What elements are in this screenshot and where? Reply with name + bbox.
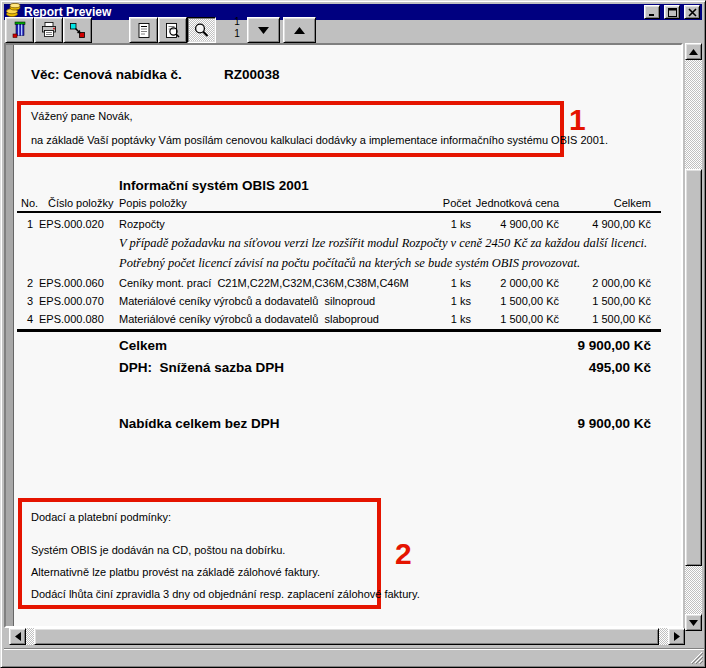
magnifier-icon [193, 22, 210, 39]
hscroll-track-left[interactable] [26, 628, 34, 645]
vscroll-track-top[interactable] [685, 60, 702, 169]
arrow-up-icon [292, 25, 307, 36]
vscroll-track-bottom[interactable] [685, 566, 702, 614]
close-button[interactable] [684, 5, 700, 19]
page-up-button[interactable] [283, 17, 316, 43]
page-down-button[interactable] [247, 17, 280, 43]
zoom-button[interactable] [187, 17, 216, 43]
status-bar [4, 648, 704, 665]
page-magnifier-icon [164, 22, 181, 39]
scroll-up-arrow-icon [689, 49, 698, 55]
resize-grip[interactable] [690, 651, 703, 664]
scroll-left-arrow-icon [15, 632, 21, 641]
report-preview-window: Report Preview [0, 0, 706, 668]
scroll-left-button[interactable] [9, 628, 26, 645]
vscroll-thumb[interactable] [685, 169, 702, 566]
page-view-button[interactable] [129, 17, 158, 43]
window-title: Report Preview [24, 4, 640, 20]
page-current: 1 [229, 16, 245, 28]
horizontal-scrollbar[interactable] [9, 628, 685, 645]
export-button[interactable] [63, 17, 92, 43]
scroll-up-button[interactable] [685, 43, 702, 60]
report-viewport [4, 43, 683, 628]
zoom-page-button[interactable] [158, 17, 187, 43]
export-icon [69, 22, 86, 39]
maximize-button[interactable] [664, 5, 680, 19]
print-button[interactable] [34, 17, 63, 43]
hscroll-thumb[interactable] [34, 628, 659, 645]
scroll-down-button[interactable] [685, 614, 702, 631]
exit-door-icon [11, 21, 28, 39]
scroll-down-arrow-icon [689, 620, 698, 626]
printer-icon [40, 21, 58, 39]
scroll-right-button[interactable] [668, 628, 685, 645]
page-total: 1 [229, 28, 245, 40]
page-icon [136, 22, 152, 39]
scroll-right-arrow-icon [674, 632, 680, 641]
exit-button[interactable] [5, 17, 34, 43]
report-page [13, 45, 681, 626]
arrow-down-icon [256, 25, 271, 36]
hscroll-track-right[interactable] [659, 628, 668, 645]
page-indicator: 1 1 [229, 16, 245, 40]
vertical-scrollbar[interactable] [685, 43, 702, 631]
titlebar[interactable]: Report Preview [4, 4, 702, 20]
minimize-button[interactable] [644, 5, 660, 19]
